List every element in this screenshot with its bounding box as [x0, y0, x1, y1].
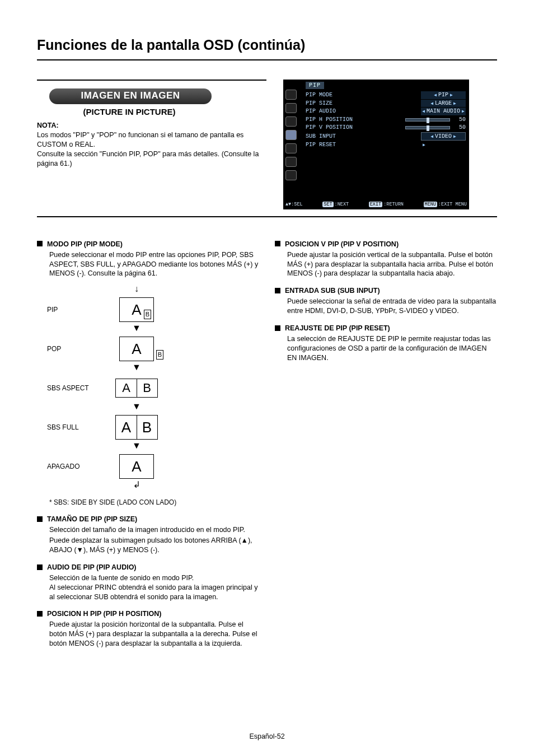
osd-icon-2: [285, 103, 297, 113]
body-tamano-2: Puede desplazar la subimagen pulsado los…: [49, 536, 259, 555]
osd-value: 50: [452, 116, 466, 124]
section-subtitle: (PICTURE IN PICTURE): [37, 106, 222, 118]
glyph-a: A: [132, 342, 141, 356]
osd-row-hpos: PIP H POSITION 50: [306, 116, 466, 124]
page-number: Español-52: [0, 732, 534, 741]
mode-label: APAGADO: [47, 462, 103, 471]
osd-footer-sel: ▲▼:SEL: [285, 202, 303, 208]
osd-label: SUB INPUT: [306, 133, 336, 141]
heading-vpos: POSICION V PIP (PIP V POSITION): [275, 240, 497, 249]
osd-slider: [405, 118, 450, 122]
osd-icon-3: [285, 116, 297, 127]
osd-value: PIP: [421, 91, 466, 99]
glyph-b: B: [137, 382, 157, 394]
top-row: IMAGEN EN IMAGEN (PICTURE IN PICTURE) NO…: [37, 80, 497, 209]
osd-value: MAIN AUDIO: [421, 108, 466, 115]
osd-category-icons: [285, 90, 297, 180]
osd-value: 50: [452, 124, 466, 132]
mode-row-pip: PIP A B: [47, 294, 181, 325]
bullet-square-icon: [275, 325, 280, 331]
osd-panel: PIP PIP MODE PIP PIP SIZE LARGE: [283, 80, 469, 209]
sbs-footnote: * SBS: SIDE BY SIDE (LADO CON LADO): [49, 498, 259, 507]
arrow-loop-icon: ↳: [103, 482, 170, 490]
arrow-down-icon: ▼: [103, 404, 170, 412]
osd-icon-1: [285, 90, 297, 100]
osd-wrap: PIP PIP MODE PIP PIP SIZE LARGE: [283, 80, 497, 209]
osd-title: PIP: [306, 82, 324, 90]
osd-row-reset: PIP RESET: [306, 141, 466, 149]
osd-label: PIP V POSITION: [306, 124, 353, 132]
column-right: POSICION V PIP (PIP V POSITION) Puede aj…: [275, 232, 497, 648]
rule-mid: [37, 80, 266, 81]
bullet-square-icon: [37, 611, 43, 617]
osd-label: PIP H POSITION: [306, 116, 353, 124]
rule-bottom: [37, 216, 497, 217]
top-left-box: IMAGEN EN IMAGEN (PICTURE IN PICTURE) NO…: [37, 80, 266, 209]
glyph-a: A: [116, 382, 137, 394]
mode-label: PIP: [47, 305, 103, 314]
bullet-square-icon: [37, 516, 43, 522]
mode-row-pop: POP A B: [47, 333, 181, 365]
nota-text-2: Consulte la sección "Función PIP, POP" p…: [37, 150, 266, 169]
body-subinput: Puede seleccionar la señal de entrada de…: [287, 297, 497, 316]
bullet-square-icon: [37, 564, 43, 570]
heading-tamano: TAMAÑO DE PIP (PIP SIZE): [37, 515, 259, 524]
osd-label: PIP SIZE: [306, 100, 332, 108]
glyph-b-small: B: [156, 350, 163, 360]
osd-arrow-icon: [421, 141, 466, 149]
section-banner: IMAGEN EN IMAGEN: [49, 88, 212, 104]
osd-label: PIP RESET: [306, 141, 336, 149]
glyph-b-small: B: [144, 310, 151, 319]
osd-icon-6: [285, 157, 297, 167]
mode-label: POP: [47, 344, 103, 353]
column-left: MODO PIP (PIP MODE) Puede seleccionar el…: [37, 232, 259, 648]
nota-label: NOTA:: [37, 121, 266, 130]
heading-modo-pip: MODO PIP (PIP MODE): [37, 240, 259, 249]
osd-row-size: PIP SIZE LARGE: [306, 100, 466, 108]
glyph-b: B: [137, 420, 157, 435]
mode-label: SBS FULL: [47, 423, 103, 432]
heading-subinput: ENTRADA SUB (SUB INPUT): [275, 286, 497, 296]
body-modo-pip: Puede seleccionar el modo PIP entre las …: [49, 250, 259, 279]
bullet-square-icon: [275, 288, 280, 293]
osd-icon-5: [285, 143, 297, 153]
arrow-down-icon: ▼: [103, 325, 170, 333]
osd-footer-next: SET:NEXT: [322, 202, 349, 208]
arrow-down-icon: ↓: [103, 286, 170, 294]
mode-row-sbs-aspect: SBS ASPECT A B: [47, 372, 181, 404]
body-vpos: Puede ajustar la posición vertical de la…: [287, 250, 497, 279]
heading-hpos: POSICION H PIP (PIP H POSITION): [37, 609, 259, 619]
body-audio: Selección de la fuente de sonido en modo…: [49, 573, 259, 602]
mode-label: SBS ASPECT: [47, 384, 103, 393]
glyph-a: A: [116, 420, 137, 435]
heading-audio: AUDIO DE PIP (PIP AUDIO): [37, 563, 259, 572]
body-reset: La selección de REAJUSTE DE PIP le permi…: [287, 334, 497, 363]
body-tamano-1: Selección del tamaño de la imagen introd…: [49, 525, 259, 535]
osd-icon-4-pip: [285, 130, 297, 140]
osd-label: PIP AUDIO: [306, 108, 336, 115]
osd-slider: [405, 126, 450, 129]
arrow-down-icon: ▼: [103, 443, 170, 451]
mode-row-sbs-full: SBS FULL A B: [47, 412, 181, 443]
osd-row-vpos: PIP V POSITION 50: [306, 124, 466, 132]
osd-value: LARGE: [421, 100, 466, 108]
osd-row-subinput: SUB INPUT VIDEO: [306, 132, 466, 141]
osd-row-audio: PIP AUDIO MAIN AUDIO: [306, 108, 466, 115]
body-hpos: Puede ajustar la posición horizontal de …: [49, 620, 259, 648]
osd-footer: ▲▼:SEL SET:NEXT EXIT:RETURN MENU:EXIT ME…: [285, 202, 467, 208]
osd-icon-7: [285, 170, 297, 180]
osd-value: VIDEO: [421, 132, 466, 141]
page-title: Funciones de la pantalla OSD (continúa): [37, 36, 497, 55]
heading-reset: REAJUSTE DE PIP (PIP RESET): [275, 324, 497, 333]
osd-footer-exitmenu: MENU:EXIT MENU: [424, 202, 467, 208]
osd-label: PIP MODE: [306, 91, 332, 99]
glyph-a: A: [132, 302, 141, 317]
mode-row-apagado: APAGADO A: [47, 451, 181, 482]
arrow-down-icon: ▼: [103, 365, 170, 372]
bullet-square-icon: [37, 241, 43, 246]
nota-text-1: Los modos "PIP" y "POP" no funcionan si …: [37, 130, 266, 150]
osd-footer-return: EXIT:RETURN: [369, 202, 404, 208]
bullet-square-icon: [275, 241, 280, 246]
pip-mode-diagram: ↓ PIP A B ▼ POP A B ▼ SBS ASPECT: [47, 286, 181, 490]
osd-row-mode: PIP MODE PIP: [306, 91, 466, 99]
